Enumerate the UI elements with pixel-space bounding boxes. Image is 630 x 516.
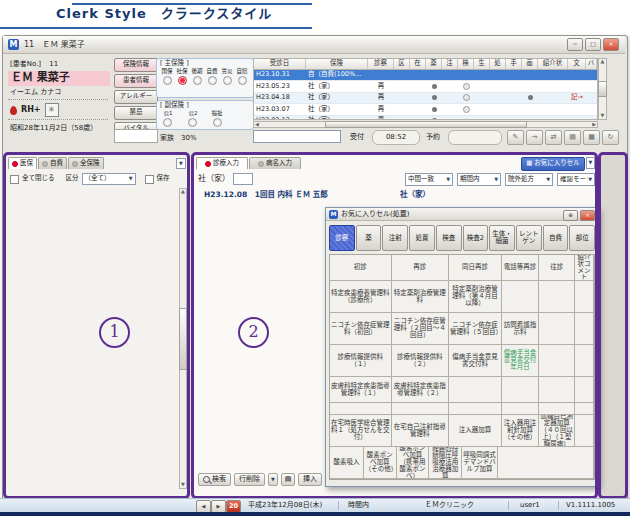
allergy-mark-icon[interactable]: ✳ (45, 103, 59, 117)
history-tab-dropdown[interactable]: ▼ (176, 158, 186, 169)
favorite-category-2[interactable]: 注射 (382, 225, 408, 251)
favorite-cell[interactable]: 訪問看護指示料 (502, 313, 540, 345)
visits-hscrollbar[interactable]: ◀ ▶ (253, 121, 598, 128)
favorite-cell[interactable] (539, 403, 575, 415)
visit-row[interactable]: H23.04.18社（家）再記→ (254, 93, 597, 104)
favorite-cell[interactable] (539, 281, 575, 313)
favorite-cell[interactable] (330, 403, 392, 415)
favorite-cell[interactable] (575, 313, 594, 345)
save-checkbox[interactable] (145, 175, 154, 184)
visit-row[interactable]: H23.05.23社（家）再 (254, 81, 597, 92)
favorite-cell[interactable] (539, 313, 575, 345)
favorite-category-8[interactable]: 自費 (543, 225, 569, 251)
allergy-button[interactable]: アレルギー (114, 90, 158, 104)
popup-title-bar[interactable]: M お気に入りセル(処置) ⊕ × (326, 208, 598, 221)
delete-row-button[interactable]: 行削除 (234, 473, 265, 486)
favorite-cell[interactable]: 酸素吸入 (330, 447, 364, 479)
delete-row-dropdown[interactable]: ▼ (268, 473, 278, 486)
favorite-cell[interactable] (392, 403, 450, 415)
kubun-dropdown[interactable]: （全て） ▼ (82, 173, 136, 185)
confirm-mode-dropdown[interactable]: 確認モード▼ (557, 173, 595, 186)
favorite-cell[interactable]: 診療情報提供料（１） (330, 345, 392, 377)
history-tab-1[interactable]: 自費 (38, 157, 67, 169)
favorite-cell[interactable] (502, 403, 540, 415)
history-tab-2[interactable]: 全保険 (68, 157, 104, 169)
minimize-icon[interactable]: ─ (567, 38, 583, 51)
favorite-cell[interactable]: 血糖自己測定器加算（４０回以上）（１型糖尿病） (539, 415, 575, 447)
favorite-cell[interactable]: 同日再診 (449, 255, 502, 281)
reserve-time[interactable] (448, 130, 502, 145)
favorite-cell[interactable]: 傷病手当金意見書交付年月日 (502, 345, 540, 377)
favorite-cell[interactable]: ニコチン依存症管理料（５回目） (449, 313, 502, 345)
entry-tab-dropdown[interactable]: ▼ (586, 157, 595, 169)
maximize-icon[interactable]: □ (585, 38, 601, 51)
favorite-cell[interactable] (539, 377, 575, 403)
scroll-thumb[interactable] (179, 308, 187, 370)
favorite-category-3[interactable]: 処置 (409, 225, 435, 251)
favorite-cell[interactable]: 初診 (330, 255, 392, 281)
insert-button[interactable]: 挿入 (298, 473, 322, 486)
contraindication-button[interactable]: 禁忌 (114, 106, 158, 120)
favorite-cell[interactable]: 皮膚科特定疾患指導管理料（１） (330, 377, 392, 403)
favorite-cell[interactable]: 在宅自己注射指導管理料 (392, 415, 450, 447)
refresh-tool-icon[interactable]: ↻ (602, 130, 619, 145)
favorite-cell[interactable] (575, 403, 594, 415)
scroll-right-icon[interactable]: ▶ (591, 122, 597, 128)
favorite-cell[interactable] (449, 377, 502, 403)
favorite-cell[interactable]: 紹介状コメント (575, 255, 594, 281)
send-tool-icon[interactable]: → (526, 130, 543, 145)
entry-tab-0[interactable]: 診療入力 (196, 157, 248, 169)
reception-input[interactable] (253, 130, 341, 143)
main-insurance-radio[interactable] (178, 76, 187, 85)
favorite-cell[interactable]: 再診 (392, 255, 450, 281)
patient-info-button[interactable]: 患者情報 (114, 74, 158, 88)
favorites-button[interactable]: ▦ お気に入りセル (521, 157, 585, 171)
favorite-cell[interactable] (449, 403, 502, 415)
main-insurance-radio[interactable] (163, 76, 172, 85)
match-mode-dropdown[interactable]: 中間一致▼ (405, 173, 453, 186)
sub-insurance-radio[interactable] (188, 118, 197, 127)
favorite-cell[interactable]: 特定疾患療養管理料（診療所） (330, 281, 392, 313)
favorite-cell[interactable]: 酸素ボンベ加算（その他） (364, 447, 397, 479)
close-icon[interactable]: × (603, 38, 619, 51)
patient-insurance-button[interactable]: 保険情報 (114, 58, 158, 72)
favorite-cell[interactable] (575, 345, 594, 377)
sub-insurance-radio[interactable] (213, 118, 222, 127)
favorite-category-9[interactable]: 部位 (569, 225, 595, 251)
favorite-cell[interactable]: ニコチン依存症管理料（初回） (330, 313, 392, 345)
favorite-category-6[interactable]: 生体・細菌 (489, 225, 515, 251)
favorite-cell[interactable]: 注入器加算 (449, 415, 502, 447)
filter-input[interactable] (233, 173, 253, 185)
favorite-cell[interactable] (502, 281, 540, 313)
scroll-up-icon[interactable]: ▲ (180, 189, 186, 195)
scroll-left-icon[interactable]: ◀ (254, 122, 260, 128)
history-vscrollbar[interactable]: ▲ ▼ (179, 188, 187, 489)
favorite-cell[interactable] (575, 377, 594, 403)
main-insurance-radio[interactable] (208, 76, 217, 85)
pin-icon[interactable]: ⊕ (563, 210, 578, 221)
favorite-cell[interactable]: 経鼻的持続陽圧呼吸療法用治療器加算 (429, 447, 462, 479)
scroll-thumb[interactable] (325, 121, 527, 128)
favorite-cell[interactable]: 特定薬剤治療管理料 (392, 281, 450, 313)
grid-tool-icon[interactable]: ▦ (583, 130, 600, 145)
favorite-cell[interactable] (539, 345, 575, 377)
main-insurance-radio[interactable] (238, 76, 247, 85)
search-button[interactable]: 検索 (198, 473, 231, 486)
period-dropdown[interactable]: 期間内▼ (457, 173, 501, 186)
visit-row[interactable]: H23.10.31自（自費(100%… (254, 70, 597, 81)
close-icon[interactable]: × (580, 210, 595, 221)
favorite-cell[interactable]: 在宅時医学総合管理料１（処方せんを交付） (330, 415, 392, 447)
favorite-cell[interactable] (498, 447, 594, 479)
favorite-category-5[interactable]: 検査2 (463, 225, 489, 251)
favorite-category-0[interactable]: 診察 (329, 225, 355, 251)
prescription-dropdown[interactable]: 院外処方▼ (505, 173, 553, 186)
favorite-cell[interactable]: 診療情報提供料（２） (392, 345, 450, 377)
scroll-up-icon[interactable]: ▲ (600, 59, 606, 65)
favorite-cell[interactable]: 酸素ボンベ加算（携帯用酸素ボンベ） (397, 447, 430, 479)
sub-insurance-radio[interactable] (163, 118, 172, 127)
favorite-cell[interactable]: 傷病手当金意見書交付料 (449, 345, 502, 377)
favorite-category-7[interactable]: レントゲン (516, 225, 542, 251)
visit-row[interactable]: H23.02.12社（家）再 (254, 116, 597, 120)
favorite-category-4[interactable]: 検査 (436, 225, 462, 251)
favorite-cell[interactable] (502, 377, 540, 403)
